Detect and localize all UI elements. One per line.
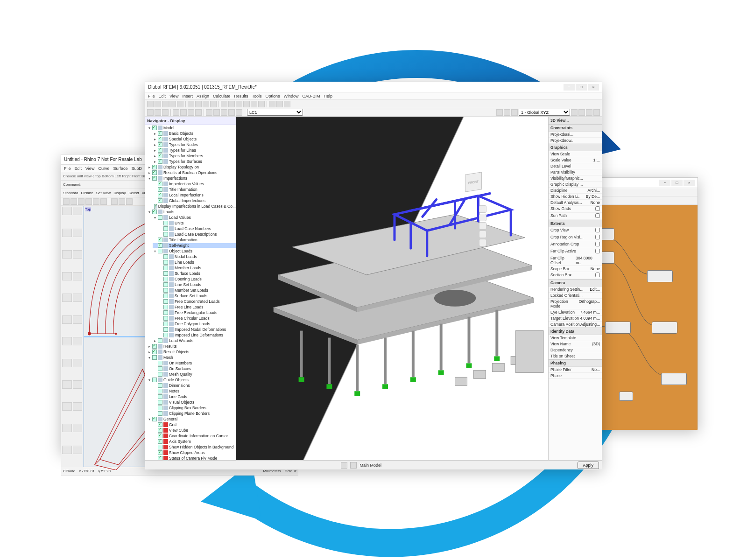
checkbox[interactable] [158, 159, 162, 164]
expand-icon[interactable] [153, 400, 157, 405]
menu-item[interactable]: View [85, 166, 94, 171]
props-value[interactable]: No... [592, 367, 600, 372]
tree-item[interactable]: ▾Load Values [145, 215, 236, 220]
menu-item[interactable]: Options [265, 94, 280, 98]
tree-item[interactable]: ▸Display Topology on [145, 164, 236, 170]
nav-icon[interactable] [479, 214, 486, 221]
checkbox[interactable] [158, 372, 162, 377]
tree-item[interactable]: Status of Camera Fly Mode [145, 455, 236, 460]
checkbox[interactable] [152, 378, 157, 382]
props-value[interactable] [595, 213, 600, 219]
checkbox[interactable] [163, 299, 168, 304]
tool-icon[interactable] [177, 101, 183, 107]
expand-icon[interactable] [153, 372, 157, 377]
tree-item[interactable]: Line Set Loads [145, 282, 236, 287]
expand-icon[interactable]: ▾ [147, 210, 151, 214]
props-value[interactable] [595, 273, 600, 278]
expand-icon[interactable] [153, 367, 157, 371]
minimize-icon[interactable]: − [564, 84, 575, 91]
props-value[interactable]: 7.4664 m... [580, 310, 600, 315]
maximize-icon[interactable]: □ [576, 84, 587, 91]
palette-tool-icon[interactable] [62, 380, 72, 389]
nav-bar[interactable] [479, 205, 486, 246]
props-row[interactable]: Section Box [549, 272, 602, 279]
expand-icon[interactable] [153, 389, 157, 393]
expand-icon[interactable]: ▾ [153, 249, 157, 253]
props-value[interactable]: 304.8000 m... [576, 256, 600, 265]
tree-item[interactable]: Local Imperfections [145, 192, 236, 198]
tool-icon[interactable] [70, 198, 77, 205]
tool-icon[interactable] [251, 101, 257, 107]
props-row[interactable]: Eye Elevation7.4664 m... [549, 309, 602, 315]
tree-item[interactable]: Free Polygon Loads [145, 321, 236, 327]
tree-item[interactable]: ▾Loads [145, 209, 236, 215]
checkbox[interactable] [163, 310, 168, 315]
expand-icon[interactable] [153, 199, 157, 203]
props-checkbox[interactable] [595, 206, 600, 211]
palette-tool-icon[interactable] [73, 380, 83, 389]
viewport-3d[interactable]: FRONT [236, 117, 548, 460]
expand-icon[interactable] [153, 244, 157, 248]
props-value[interactable]: By De... [586, 194, 600, 199]
props-checkbox[interactable] [595, 249, 600, 253]
props-row[interactable]: Scope BoxNone [549, 266, 602, 272]
props-row[interactable]: Projektbrow... [549, 138, 602, 144]
apply-button[interactable]: Apply [578, 462, 599, 469]
tree-item[interactable]: Imposed Line Deformations [145, 332, 236, 338]
expand-icon[interactable] [158, 333, 162, 337]
tree-item[interactable]: ▸Special Objects [145, 136, 236, 142]
props-row[interactable]: Phase [549, 373, 602, 379]
tool-icon[interactable] [221, 109, 227, 116]
checkbox[interactable] [152, 170, 157, 175]
tool-icon[interactable] [111, 198, 118, 205]
rhino-tool-palette[interactable] [61, 206, 84, 467]
palette-tool-icon[interactable] [62, 402, 72, 411]
main-titlebar[interactable]: Dlubal RFEM | 6.02.0051 | 001315_RFEM_Re… [145, 82, 602, 92]
checkbox[interactable] [163, 288, 168, 293]
checkbox[interactable] [158, 154, 162, 158]
gh-node[interactable] [605, 322, 631, 334]
menu-item[interactable]: Help [324, 94, 333, 98]
palette-tool-icon[interactable] [73, 315, 83, 324]
menu-item[interactable]: Assign [197, 94, 209, 98]
tree-item[interactable]: ▾Guide Objects [145, 377, 236, 383]
tool-icon[interactable] [93, 198, 99, 205]
expand-icon[interactable] [158, 227, 162, 231]
props-checkbox[interactable] [595, 273, 600, 277]
tree-item[interactable]: Line Loads [145, 259, 236, 265]
checkbox[interactable] [158, 422, 162, 427]
props-checkbox[interactable] [595, 213, 600, 218]
tool-icon[interactable] [188, 109, 194, 116]
props-row[interactable]: Far Clip Active [549, 248, 602, 255]
checkbox[interactable] [163, 294, 168, 298]
props-checkbox[interactable] [595, 228, 600, 232]
palette-tool-icon[interactable] [73, 250, 83, 259]
props-row[interactable]: Show Hidden Li...By De... [549, 194, 602, 200]
checkbox[interactable] [158, 456, 162, 460]
checkbox[interactable] [158, 406, 162, 410]
expand-icon[interactable] [153, 445, 157, 449]
tool-icon[interactable] [78, 198, 85, 205]
expand-icon[interactable] [153, 188, 157, 192]
expand-icon[interactable]: ▸ [147, 350, 151, 354]
expand-icon[interactable] [158, 305, 162, 309]
tool-icon[interactable] [162, 109, 169, 116]
checkbox[interactable] [163, 282, 168, 287]
close-icon[interactable]: × [684, 180, 695, 186]
palette-tool-icon[interactable] [62, 315, 72, 324]
checkbox[interactable] [152, 417, 157, 421]
tool-icon[interactable] [284, 101, 290, 107]
palette-tool-icon[interactable] [62, 250, 72, 259]
checkbox[interactable] [152, 355, 157, 360]
tree-item[interactable]: Imposed Nodal Deformations [145, 327, 236, 332]
checkbox[interactable] [158, 215, 162, 220]
expand-icon[interactable] [153, 412, 157, 416]
menu-item[interactable]: View [169, 94, 178, 98]
expand-icon[interactable] [158, 260, 162, 265]
menu-item[interactable]: SubD [131, 166, 142, 171]
expand-icon[interactable]: ▾ [147, 126, 151, 130]
props-row[interactable]: Projection ModeOrthograp... [549, 299, 602, 309]
tool-icon[interactable] [276, 101, 283, 107]
tool-icon[interactable] [258, 101, 265, 107]
palette-tool-icon[interactable] [62, 207, 72, 215]
